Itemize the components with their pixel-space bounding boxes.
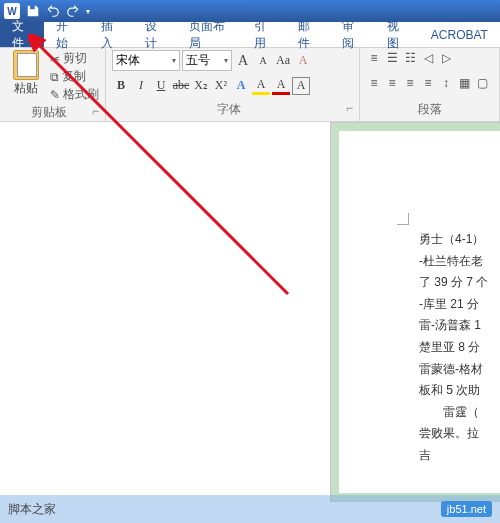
- align-right-button[interactable]: ≡: [402, 75, 418, 91]
- redo-icon[interactable]: [66, 4, 80, 18]
- copy-button[interactable]: ⧉复制: [50, 68, 99, 85]
- font-color-button[interactable]: A: [272, 77, 290, 95]
- numbering-button[interactable]: ☰: [384, 50, 400, 66]
- line-spacing-button[interactable]: ↕: [438, 75, 454, 91]
- site-badge: jb51.net: [441, 501, 492, 517]
- margin-corner-icon: [397, 213, 409, 225]
- subscript-button[interactable]: X₂: [192, 77, 210, 95]
- group-paragraph: ≡ ☰ ☷ ◁ ▷ ≡ ≡ ≡ ≡ ↕ ▦ ▢ 段落: [360, 48, 500, 121]
- tab-references[interactable]: 引用: [242, 22, 286, 47]
- shrink-font-button[interactable]: A: [254, 52, 272, 70]
- change-case-button[interactable]: Aa: [274, 52, 292, 70]
- scissors-icon: ✂: [50, 52, 60, 66]
- cut-button[interactable]: ✂剪切: [50, 50, 99, 67]
- indent-dec-button[interactable]: ◁: [420, 50, 436, 66]
- tab-file[interactable]: 文件: [0, 22, 44, 47]
- copy-icon: ⧉: [50, 70, 59, 84]
- bullets-button[interactable]: ≡: [366, 50, 382, 66]
- brush-icon: ✎: [50, 88, 60, 102]
- italic-button[interactable]: I: [132, 77, 150, 95]
- font-size-select[interactable]: 五号▾: [182, 50, 232, 71]
- font-group-label: 字体⌐: [112, 100, 353, 119]
- format-painter-button[interactable]: ✎格式刷: [50, 86, 99, 103]
- superscript-button[interactable]: X²: [212, 77, 230, 95]
- document-body-text: 勇士（4-1） -杜兰特在老 了 39 分 7 个 -库里 21 分 雷-汤普森…: [419, 229, 500, 467]
- chevron-down-icon: ▾: [224, 56, 228, 65]
- group-font: 宋体▾ 五号▾ A A Aa A B I U abc X₂ X² A A A A…: [106, 48, 360, 121]
- strike-button[interactable]: abc: [172, 77, 190, 95]
- paragraph-group-label: 段落: [366, 100, 493, 119]
- char-border-button[interactable]: A: [292, 77, 310, 95]
- text-effects-button[interactable]: A: [232, 77, 250, 95]
- tab-design[interactable]: 设计: [133, 22, 177, 47]
- document-page[interactable]: 勇士（4-1） -杜兰特在老 了 39 分 7 个 -库里 21 分 雷-汤普森…: [330, 122, 500, 502]
- borders-button[interactable]: ▢: [474, 75, 490, 91]
- site-name: 脚本之家: [8, 501, 56, 518]
- clear-format-button[interactable]: A: [294, 52, 312, 70]
- tab-acrobat[interactable]: ACROBAT: [419, 22, 500, 47]
- align-left-button[interactable]: ≡: [366, 75, 382, 91]
- indent-inc-button[interactable]: ▷: [438, 50, 454, 66]
- undo-icon[interactable]: [46, 4, 60, 18]
- ribbon-tabs: 文件 开始 插入 设计 页面布局 引用 邮件 审阅 视图 ACROBAT: [0, 22, 500, 48]
- watermark-bar: 脚本之家 jb51.net: [0, 495, 500, 523]
- tab-layout[interactable]: 页面布局: [177, 22, 242, 47]
- qat-customize-icon[interactable]: ▾: [86, 7, 90, 16]
- font-name-select[interactable]: 宋体▾: [112, 50, 180, 71]
- group-clipboard: 粘贴 ✂剪切 ⧉复制 ✎格式刷 剪贴板⌐: [0, 48, 106, 121]
- multilevel-button[interactable]: ☷: [402, 50, 418, 66]
- clipboard-group-label: 剪贴板⌐: [6, 103, 99, 122]
- tab-insert[interactable]: 插入: [89, 22, 133, 47]
- tab-review[interactable]: 审阅: [330, 22, 374, 47]
- paste-icon: [13, 50, 39, 80]
- tab-view[interactable]: 视图: [375, 22, 419, 47]
- bold-button[interactable]: B: [112, 77, 130, 95]
- dialog-launcher-icon[interactable]: ⌐: [92, 104, 99, 118]
- align-center-button[interactable]: ≡: [384, 75, 400, 91]
- highlight-button[interactable]: A: [252, 77, 270, 95]
- grow-font-button[interactable]: A: [234, 52, 252, 70]
- ribbon: 粘贴 ✂剪切 ⧉复制 ✎格式刷 剪贴板⌐ 宋体▾ 五号▾ A A Aa A B …: [0, 48, 500, 122]
- underline-button[interactable]: U: [152, 77, 170, 95]
- paste-label: 粘贴: [14, 80, 38, 97]
- paste-button[interactable]: 粘贴: [6, 50, 46, 103]
- tab-mailings[interactable]: 邮件: [286, 22, 330, 47]
- dialog-launcher-icon[interactable]: ⌐: [346, 101, 353, 115]
- save-icon[interactable]: [26, 4, 40, 18]
- chevron-down-icon: ▾: [172, 56, 176, 65]
- justify-button[interactable]: ≡: [420, 75, 436, 91]
- shading-button[interactable]: ▦: [456, 75, 472, 91]
- tab-home[interactable]: 开始: [44, 22, 88, 47]
